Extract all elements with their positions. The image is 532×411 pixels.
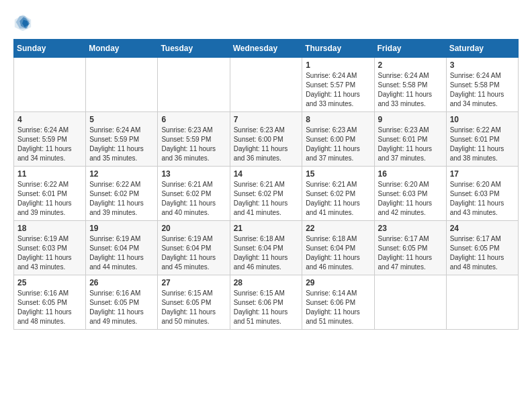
day-number: 15 (306, 169, 370, 179)
calendar-cell (374, 275, 446, 330)
calendar-cell: 26Sunrise: 6:16 AM Sunset: 6:05 PM Dayli… (86, 275, 158, 330)
day-info: Sunrise: 6:16 AM Sunset: 6:05 PM Dayligh… (17, 289, 82, 326)
day-number: 22 (306, 224, 370, 233)
day-info: Sunrise: 6:24 AM Sunset: 5:58 PM Dayligh… (450, 71, 515, 109)
calendar-cell (86, 58, 158, 112)
day-info: Sunrise: 6:24 AM Sunset: 5:57 PM Dayligh… (306, 71, 370, 109)
calendar-cell: 20Sunrise: 6:19 AM Sunset: 6:04 PM Dayli… (158, 221, 230, 275)
calendar-cell: 29Sunrise: 6:14 AM Sunset: 6:06 PM Dayli… (302, 275, 374, 330)
calendar-cell: 11Sunrise: 6:22 AM Sunset: 6:01 PM Dayli… (14, 167, 86, 221)
calendar-cell (158, 58, 230, 112)
day-info: Sunrise: 6:18 AM Sunset: 6:04 PM Dayligh… (234, 234, 299, 272)
calendar-cell: 25Sunrise: 6:16 AM Sunset: 6:05 PM Dayli… (14, 275, 86, 330)
day-number: 4 (17, 115, 82, 124)
day-number: 19 (89, 224, 154, 233)
weekday-header-sunday: Sunday (14, 40, 86, 58)
calendar-cell (230, 58, 302, 112)
calendar-cell: 24Sunrise: 6:17 AM Sunset: 6:05 PM Dayli… (446, 221, 518, 275)
calendar-cell: 21Sunrise: 6:18 AM Sunset: 6:04 PM Dayli… (230, 221, 302, 275)
calendar-cell: 3Sunrise: 6:24 AM Sunset: 5:58 PM Daylig… (446, 58, 518, 112)
calendar-week-row: 1Sunrise: 6:24 AM Sunset: 5:57 PM Daylig… (14, 58, 519, 112)
day-info: Sunrise: 6:19 AM Sunset: 6:04 PM Dayligh… (89, 234, 154, 272)
day-info: Sunrise: 6:18 AM Sunset: 6:04 PM Dayligh… (306, 234, 370, 272)
day-number: 13 (161, 169, 226, 179)
day-number: 24 (450, 224, 515, 233)
weekday-header-monday: Monday (86, 40, 158, 58)
calendar-week-row: 11Sunrise: 6:22 AM Sunset: 6:01 PM Dayli… (14, 167, 519, 221)
calendar-cell: 5Sunrise: 6:24 AM Sunset: 5:59 PM Daylig… (86, 112, 158, 167)
calendar-cell: 19Sunrise: 6:19 AM Sunset: 6:04 PM Dayli… (86, 221, 158, 275)
day-info: Sunrise: 6:20 AM Sunset: 6:03 PM Dayligh… (378, 180, 443, 218)
calendar-cell: 4Sunrise: 6:24 AM Sunset: 5:59 PM Daylig… (14, 112, 86, 167)
day-number: 29 (306, 278, 370, 287)
logo (13, 13, 35, 32)
day-info: Sunrise: 6:17 AM Sunset: 6:05 PM Dayligh… (378, 234, 443, 272)
calendar-cell: 17Sunrise: 6:20 AM Sunset: 6:03 PM Dayli… (446, 167, 518, 221)
day-number: 3 (450, 60, 515, 70)
day-info: Sunrise: 6:19 AM Sunset: 6:04 PM Dayligh… (161, 234, 226, 272)
calendar-cell (14, 58, 86, 112)
page-header (13, 13, 519, 32)
calendar-cell: 7Sunrise: 6:23 AM Sunset: 6:00 PM Daylig… (230, 112, 302, 167)
day-number: 27 (161, 278, 226, 287)
day-number: 12 (89, 169, 154, 179)
day-number: 16 (378, 169, 443, 179)
day-number: 23 (378, 224, 443, 233)
day-info: Sunrise: 6:24 AM Sunset: 5:59 PM Dayligh… (17, 126, 82, 163)
day-number: 17 (450, 169, 515, 179)
calendar-week-row: 4Sunrise: 6:24 AM Sunset: 5:59 PM Daylig… (14, 112, 519, 167)
calendar-cell: 18Sunrise: 6:19 AM Sunset: 6:03 PM Dayli… (14, 221, 86, 275)
day-number: 7 (234, 115, 299, 124)
day-info: Sunrise: 6:14 AM Sunset: 6:06 PM Dayligh… (306, 289, 370, 326)
day-info: Sunrise: 6:20 AM Sunset: 6:03 PM Dayligh… (450, 180, 515, 218)
day-number: 28 (234, 278, 299, 287)
calendar-cell: 22Sunrise: 6:18 AM Sunset: 6:04 PM Dayli… (302, 221, 374, 275)
calendar-cell: 27Sunrise: 6:15 AM Sunset: 6:05 PM Dayli… (158, 275, 230, 330)
day-info: Sunrise: 6:16 AM Sunset: 6:05 PM Dayligh… (89, 289, 154, 326)
calendar-cell: 8Sunrise: 6:23 AM Sunset: 6:00 PM Daylig… (302, 112, 374, 167)
calendar-cell: 16Sunrise: 6:20 AM Sunset: 6:03 PM Dayli… (374, 167, 446, 221)
calendar-cell: 15Sunrise: 6:21 AM Sunset: 6:02 PM Dayli… (302, 167, 374, 221)
day-number: 20 (161, 224, 226, 233)
day-info: Sunrise: 6:22 AM Sunset: 6:01 PM Dayligh… (17, 180, 82, 218)
logo-icon (13, 13, 32, 32)
day-info: Sunrise: 6:23 AM Sunset: 5:59 PM Dayligh… (161, 126, 226, 163)
calendar-cell: 13Sunrise: 6:21 AM Sunset: 6:02 PM Dayli… (158, 167, 230, 221)
day-number: 9 (378, 115, 443, 124)
calendar-cell: 1Sunrise: 6:24 AM Sunset: 5:57 PM Daylig… (302, 58, 374, 112)
day-number: 8 (306, 115, 370, 124)
day-info: Sunrise: 6:24 AM Sunset: 5:58 PM Dayligh… (378, 71, 443, 109)
weekday-header-friday: Friday (374, 40, 446, 58)
day-info: Sunrise: 6:15 AM Sunset: 6:05 PM Dayligh… (161, 289, 226, 326)
calendar-cell: 10Sunrise: 6:22 AM Sunset: 6:01 PM Dayli… (446, 112, 518, 167)
weekday-header-thursday: Thursday (302, 40, 374, 58)
calendar-cell (446, 275, 518, 330)
calendar-week-row: 25Sunrise: 6:16 AM Sunset: 6:05 PM Dayli… (14, 275, 519, 330)
day-info: Sunrise: 6:19 AM Sunset: 6:03 PM Dayligh… (17, 234, 82, 272)
day-info: Sunrise: 6:21 AM Sunset: 6:02 PM Dayligh… (306, 180, 370, 218)
day-number: 6 (161, 115, 226, 124)
day-info: Sunrise: 6:23 AM Sunset: 6:00 PM Dayligh… (306, 126, 370, 163)
day-number: 1 (306, 60, 370, 70)
day-number: 10 (450, 115, 515, 124)
day-number: 5 (89, 115, 154, 124)
day-number: 26 (89, 278, 154, 287)
day-info: Sunrise: 6:22 AM Sunset: 6:01 PM Dayligh… (450, 126, 515, 163)
calendar-table: SundayMondayTuesdayWednesdayThursdayFrid… (13, 39, 519, 330)
weekday-header-wednesday: Wednesday (230, 40, 302, 58)
calendar-cell: 6Sunrise: 6:23 AM Sunset: 5:59 PM Daylig… (158, 112, 230, 167)
day-info: Sunrise: 6:21 AM Sunset: 6:02 PM Dayligh… (161, 180, 226, 218)
day-info: Sunrise: 6:21 AM Sunset: 6:02 PM Dayligh… (234, 180, 299, 218)
calendar-cell: 23Sunrise: 6:17 AM Sunset: 6:05 PM Dayli… (374, 221, 446, 275)
day-number: 25 (17, 278, 82, 287)
weekday-header-saturday: Saturday (446, 40, 518, 58)
day-info: Sunrise: 6:23 AM Sunset: 6:01 PM Dayligh… (378, 126, 443, 163)
weekday-header-tuesday: Tuesday (158, 40, 230, 58)
day-number: 18 (17, 224, 82, 233)
weekday-header-row: SundayMondayTuesdayWednesdayThursdayFrid… (14, 40, 519, 58)
day-info: Sunrise: 6:15 AM Sunset: 6:06 PM Dayligh… (234, 289, 299, 326)
day-info: Sunrise: 6:24 AM Sunset: 5:59 PM Dayligh… (89, 126, 154, 163)
day-info: Sunrise: 6:23 AM Sunset: 6:00 PM Dayligh… (234, 126, 299, 163)
calendar-cell: 9Sunrise: 6:23 AM Sunset: 6:01 PM Daylig… (374, 112, 446, 167)
day-number: 2 (378, 60, 443, 70)
